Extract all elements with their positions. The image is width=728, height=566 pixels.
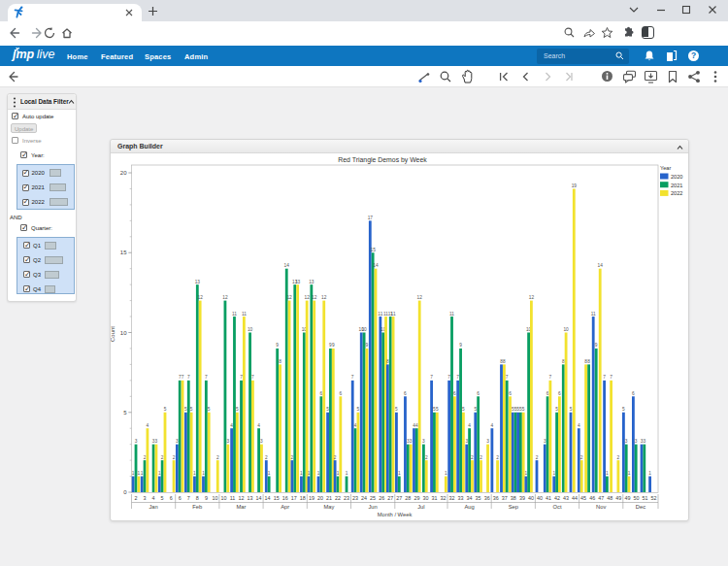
svg-text:27: 27: [387, 495, 393, 501]
svg-text:1: 1: [141, 471, 144, 476]
svg-text:27: 27: [396, 495, 402, 501]
svg-text:Jun: Jun: [368, 504, 377, 510]
svg-text:10: 10: [120, 330, 127, 336]
svg-text:Nov: Nov: [596, 504, 606, 510]
svg-text:13: 13: [295, 280, 301, 284]
svg-text:33: 33: [458, 495, 464, 501]
svg-text:1: 1: [606, 471, 609, 476]
svg-text:18: 18: [300, 495, 306, 501]
svg-text:11: 11: [232, 312, 237, 316]
svg-text:May: May: [323, 504, 334, 510]
svg-text:7: 7: [447, 375, 450, 380]
svg-text:4: 4: [578, 423, 580, 428]
svg-text:7: 7: [430, 375, 433, 380]
svg-text:16: 16: [282, 495, 288, 501]
svg-text:5: 5: [164, 407, 167, 412]
svg-text:2: 2: [291, 455, 294, 460]
svg-text:2: 2: [334, 455, 337, 460]
svg-text:5: 5: [123, 410, 127, 416]
svg-text:3: 3: [176, 439, 179, 444]
svg-text:3: 3: [155, 439, 158, 444]
svg-text:2: 2: [216, 455, 219, 460]
svg-text:1: 1: [268, 471, 271, 476]
svg-text:1: 1: [525, 471, 528, 476]
svg-text:6: 6: [546, 391, 549, 396]
svg-text:12: 12: [239, 495, 245, 501]
svg-text:14: 14: [598, 263, 604, 268]
svg-text:41: 41: [546, 495, 551, 501]
svg-text:10: 10: [212, 495, 217, 501]
svg-text:11: 11: [391, 312, 396, 316]
svg-text:24: 24: [361, 495, 367, 501]
svg-text:20: 20: [120, 170, 127, 176]
svg-text:Apr: Apr: [281, 504, 289, 510]
svg-text:12: 12: [304, 295, 310, 300]
svg-text:7: 7: [251, 375, 254, 380]
svg-text:12: 12: [222, 295, 228, 300]
svg-text:17: 17: [368, 216, 374, 220]
svg-text:5: 5: [462, 407, 465, 412]
svg-text:12: 12: [529, 295, 535, 300]
svg-text:37: 37: [502, 495, 508, 501]
svg-text:40: 40: [537, 495, 543, 501]
svg-text:14: 14: [373, 263, 379, 268]
svg-text:4: 4: [354, 423, 357, 428]
svg-text:11: 11: [242, 312, 247, 316]
svg-text:7: 7: [240, 375, 243, 380]
svg-text:40: 40: [528, 495, 534, 501]
svg-text:2: 2: [144, 455, 147, 460]
svg-text:2: 2: [265, 455, 268, 460]
svg-text:7: 7: [182, 375, 184, 380]
svg-text:5: 5: [555, 407, 558, 412]
svg-text:6: 6: [339, 391, 342, 396]
svg-text:4: 4: [468, 423, 471, 428]
svg-text:36: 36: [484, 495, 490, 501]
svg-text:7: 7: [610, 375, 612, 380]
svg-text:2: 2: [173, 455, 176, 460]
svg-text:3: 3: [486, 439, 489, 444]
svg-text:6: 6: [477, 391, 480, 396]
svg-text:9: 9: [459, 343, 462, 348]
svg-text:5: 5: [326, 407, 329, 412]
svg-text:13: 13: [248, 495, 253, 501]
svg-text:5: 5: [236, 407, 239, 412]
svg-text:1: 1: [398, 471, 401, 476]
svg-text:30: 30: [422, 495, 428, 501]
svg-text:25: 25: [370, 495, 376, 501]
svg-text:46: 46: [589, 495, 595, 501]
svg-text:2: 2: [471, 455, 474, 460]
svg-text:1: 1: [628, 471, 631, 476]
svg-text:5: 5: [436, 407, 439, 412]
svg-text:2: 2: [536, 455, 539, 460]
svg-text:19: 19: [572, 183, 578, 188]
svg-text:7: 7: [187, 375, 190, 380]
svg-text:20: 20: [317, 495, 323, 501]
svg-text:15: 15: [120, 250, 127, 255]
svg-text:51: 51: [642, 495, 647, 501]
svg-text:8: 8: [196, 495, 199, 501]
svg-text:4: 4: [415, 423, 418, 428]
svg-text:10: 10: [563, 327, 569, 332]
svg-text:1: 1: [193, 471, 196, 476]
svg-text:8: 8: [503, 359, 506, 364]
svg-text:1: 1: [300, 471, 303, 476]
svg-text:2: 2: [135, 495, 138, 501]
svg-text:5: 5: [474, 407, 477, 412]
svg-text:5: 5: [570, 407, 573, 412]
svg-text:11: 11: [378, 312, 382, 316]
svg-text:Feb: Feb: [192, 504, 202, 510]
svg-text:6: 6: [404, 391, 407, 396]
svg-text:31: 31: [431, 495, 437, 501]
svg-text:12: 12: [312, 295, 317, 300]
svg-text:Year: Year: [660, 165, 671, 171]
svg-text:Mar: Mar: [237, 504, 247, 510]
svg-text:32: 32: [449, 495, 455, 501]
svg-text:9: 9: [366, 343, 369, 348]
svg-text:9: 9: [595, 343, 598, 348]
svg-text:1: 1: [552, 471, 555, 476]
svg-text:11: 11: [591, 312, 596, 316]
svg-text:21: 21: [326, 495, 332, 501]
svg-text:Aug: Aug: [464, 504, 474, 510]
svg-text:11: 11: [449, 312, 454, 316]
svg-text:4: 4: [147, 423, 149, 428]
